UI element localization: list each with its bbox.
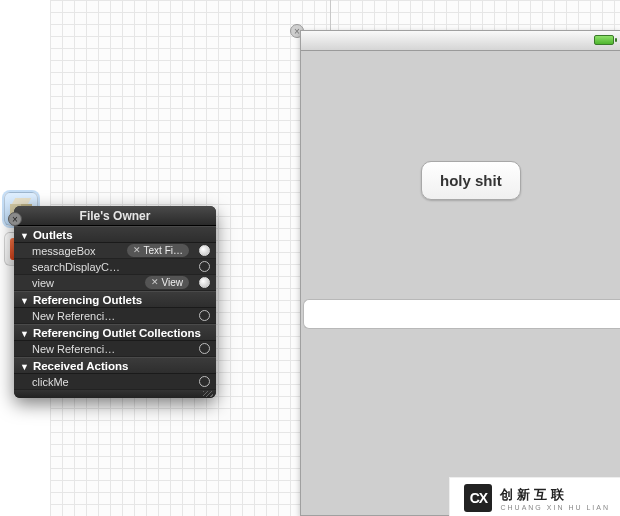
outlet-row[interactable]: messageBox ✕Text Fi… bbox=[14, 243, 216, 259]
battery-icon bbox=[594, 35, 614, 45]
action-label: clickMe bbox=[32, 376, 121, 388]
section-label: Referencing Outlet Collections bbox=[33, 327, 201, 339]
section-received-actions[interactable]: ▼Received Actions bbox=[14, 357, 216, 374]
action-row[interactable]: clickMe bbox=[14, 374, 216, 390]
close-icon: × bbox=[12, 214, 18, 225]
connection-port[interactable] bbox=[199, 310, 210, 321]
status-bar bbox=[301, 31, 620, 51]
section-label: Referencing Outlets bbox=[33, 294, 142, 306]
watermark-line2: CHUANG XIN HU LIAN bbox=[500, 504, 610, 511]
disconnect-icon[interactable]: ✕ bbox=[133, 244, 141, 257]
connection-port[interactable] bbox=[199, 343, 210, 354]
disclosure-triangle-icon: ▼ bbox=[20, 359, 29, 376]
outlet-label: view bbox=[32, 277, 121, 289]
watermark-line1: 创新互联 bbox=[500, 486, 610, 504]
outlet-row[interactable]: New Referencing Outlet Colle… bbox=[14, 341, 216, 357]
outlet-label: New Referencing Outlet bbox=[32, 310, 121, 322]
connection-label: Text Fi… bbox=[144, 244, 183, 257]
hud-close-button[interactable]: × bbox=[8, 212, 22, 226]
simulated-device-view[interactable]: holy shit bbox=[300, 30, 620, 516]
outlet-row[interactable]: searchDisplayController bbox=[14, 259, 216, 275]
outlet-label: New Referencing Outlet Colle… bbox=[32, 343, 121, 355]
connection-label: View bbox=[162, 276, 184, 289]
hud-title: File's Owner bbox=[14, 206, 216, 226]
resize-grip-icon bbox=[203, 391, 213, 397]
connection-port[interactable] bbox=[199, 376, 210, 387]
section-label: Received Actions bbox=[33, 360, 128, 372]
disclosure-triangle-icon: ▼ bbox=[20, 228, 29, 245]
message-text-field[interactable] bbox=[303, 299, 620, 329]
outlet-row[interactable]: New Referencing Outlet bbox=[14, 308, 216, 324]
device-content[interactable]: holy shit bbox=[301, 51, 620, 515]
disconnect-icon[interactable]: ✕ bbox=[151, 276, 159, 289]
disclosure-triangle-icon: ▼ bbox=[20, 326, 29, 343]
outlet-row[interactable]: view ✕View bbox=[14, 275, 216, 291]
outlet-label: searchDisplayController bbox=[32, 261, 121, 273]
disclosure-triangle-icon: ▼ bbox=[20, 293, 29, 310]
section-referencing-outlets[interactable]: ▼Referencing Outlets bbox=[14, 291, 216, 308]
connection-port[interactable] bbox=[199, 261, 210, 272]
watermark-logo: CX bbox=[464, 484, 492, 512]
hud-resize-handle[interactable] bbox=[14, 390, 216, 398]
section-referencing-outlet-collections[interactable]: ▼Referencing Outlet Collections bbox=[14, 324, 216, 341]
section-label: Outlets bbox=[33, 229, 73, 241]
connection-port[interactable] bbox=[199, 277, 210, 288]
outlet-label: messageBox bbox=[32, 245, 121, 257]
section-outlets[interactable]: ▼Outlets bbox=[14, 226, 216, 243]
holy-shit-button[interactable]: holy shit bbox=[421, 161, 521, 200]
connection-pill[interactable]: ✕View bbox=[145, 276, 190, 289]
connections-panel[interactable]: File's Owner ▼Outlets messageBox ✕Text F… bbox=[14, 206, 216, 398]
connection-port[interactable] bbox=[199, 245, 210, 256]
connection-pill[interactable]: ✕Text Fi… bbox=[127, 244, 189, 257]
watermark: CX 创新互联 CHUANG XIN HU LIAN bbox=[449, 477, 620, 516]
